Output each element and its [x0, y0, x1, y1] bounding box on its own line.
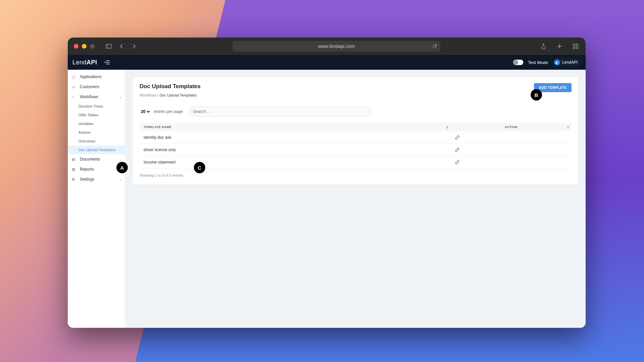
sidebar-label: Documents	[80, 157, 100, 162]
svg-rect-3	[576, 44, 578, 46]
edit-icon[interactable]	[455, 160, 568, 165]
sidebar: ▢ Applications ☺ Customers ⑂ Workflows ⌄…	[68, 70, 125, 328]
svg-rect-4	[573, 47, 575, 49]
sidebar-label: Customers	[80, 84, 99, 89]
test-mode-label: Test Mode	[528, 60, 548, 65]
sidebar-label: Reports	[80, 167, 94, 172]
collapse-sidebar-icon[interactable]	[105, 60, 110, 65]
window-controls	[74, 44, 95, 49]
template-name-cell: Income statement	[140, 156, 451, 169]
sidebar-item-workflows[interactable]: ⑂ Workflows ⌄	[68, 92, 125, 102]
chevron-down-icon: ⌄	[119, 178, 122, 181]
back-button[interactable]	[117, 42, 125, 50]
test-mode-toggle[interactable]	[513, 60, 523, 65]
sidebar-toggle-icon[interactable]	[105, 42, 113, 50]
sidebar-item-actions[interactable]: Actions	[68, 128, 125, 137]
sidebar-label: Applications	[80, 74, 102, 79]
app-header: LendAPI Test Mode ◐ LendAPI	[68, 55, 586, 70]
reload-icon[interactable]	[432, 44, 437, 49]
breadcrumb-current: Doc Upload Templates	[160, 93, 197, 97]
main-content: Doc Upload Templates Workflows / Doc Upl…	[125, 70, 586, 328]
documents-icon: ▤	[72, 157, 76, 162]
close-window-button[interactable]	[74, 44, 78, 49]
minimize-window-button[interactable]	[82, 44, 87, 49]
user-menu[interactable]: ◐ LendAPI	[553, 58, 581, 66]
column-label: TEMPLATE NAME	[144, 125, 171, 129]
applications-icon: ▢	[72, 75, 76, 79]
table-row: driver license only	[140, 144, 572, 156]
url-bar[interactable]: www.lendapi.com	[232, 41, 440, 52]
url-text: www.lendapi.com	[318, 44, 355, 49]
table-row: identity doc ask	[140, 131, 572, 144]
sidebar-item-applications[interactable]: ▢ Applications	[68, 72, 125, 82]
column-header-name[interactable]: TEMPLATE NAME ▴▾	[140, 123, 451, 131]
sidebar-item-settings[interactable]: ⚙ Settings ⌄	[68, 174, 125, 184]
annotation-marker-b: B	[531, 89, 542, 101]
breadcrumb: Workflows / Doc Upload Templates	[140, 93, 201, 97]
share-icon[interactable]	[539, 42, 547, 50]
sidebar-item-doc-upload-templates[interactable]: Doc Upload Templates	[68, 145, 125, 154]
reports-icon: ▥	[72, 167, 76, 172]
sidebar-item-outcomes[interactable]: Outcomes	[68, 137, 125, 145]
sidebar-item-offer-tables[interactable]: Offer Tables	[68, 111, 125, 119]
workflows-icon: ⑂	[72, 95, 76, 99]
sidebar-item-variables[interactable]: Variables	[68, 119, 125, 128]
sort-icon: ▴▾	[446, 125, 448, 129]
fullscreen-window-button[interactable]	[90, 44, 95, 49]
browser-titlebar: www.lendapi.com	[68, 38, 586, 55]
avatar-icon: ◐	[554, 59, 560, 65]
sidebar-label: Workflows	[80, 95, 98, 99]
tabs-overview-icon[interactable]	[572, 42, 580, 50]
template-name-cell: driver license only	[140, 144, 451, 156]
edit-icon[interactable]	[455, 135, 568, 140]
forward-button[interactable]	[130, 42, 138, 50]
app-logo: LendAPI	[72, 59, 97, 66]
entries-per-page-select[interactable]: 20	[140, 109, 151, 114]
table-footer: Showing 1 to 3 of 3 entries	[140, 173, 572, 177]
sidebar-label: Settings	[80, 177, 94, 182]
svg-rect-2	[573, 44, 575, 46]
sidebar-item-decision-trees[interactable]: Decision Trees	[68, 102, 125, 111]
sidebar-item-customers[interactable]: ☺ Customers	[68, 82, 125, 92]
user-name: LendAPI	[562, 60, 578, 65]
search-input[interactable]	[190, 107, 371, 117]
edit-icon[interactable]	[455, 147, 568, 152]
chevron-down-icon: ⌄	[119, 95, 122, 99]
annotation-marker-a: A	[116, 162, 128, 173]
annotation-marker-c: C	[194, 162, 205, 173]
svg-rect-5	[576, 47, 578, 49]
template-name-cell: identity doc ask	[140, 131, 451, 144]
svg-rect-0	[106, 44, 111, 48]
chevron-down-icon: ⌄	[119, 158, 122, 161]
templates-table: TEMPLATE NAME ▴▾ ACTION ▴▾ identity doc …	[140, 123, 572, 169]
column-header-action[interactable]: ACTION ▴▾	[451, 123, 572, 131]
sort-icon: ▴▾	[567, 125, 569, 129]
new-tab-icon[interactable]	[555, 42, 564, 50]
entries-label: entries per page	[154, 109, 183, 114]
browser-window: www.lendapi.com LendAPI Test Mode	[68, 38, 586, 328]
customers-icon: ☺	[72, 85, 76, 89]
logo-light: Lend	[72, 59, 87, 66]
breadcrumb-separator: /	[157, 93, 160, 97]
breadcrumb-parent[interactable]: Workflows	[140, 93, 157, 97]
gear-icon: ⚙	[72, 177, 76, 182]
page-title: Doc Upload Templates	[140, 83, 201, 90]
column-label: ACTION	[505, 125, 518, 129]
logo-bold: API	[87, 59, 97, 66]
sidebar-item-documents[interactable]: ▤ Documents ⌄	[68, 154, 125, 164]
